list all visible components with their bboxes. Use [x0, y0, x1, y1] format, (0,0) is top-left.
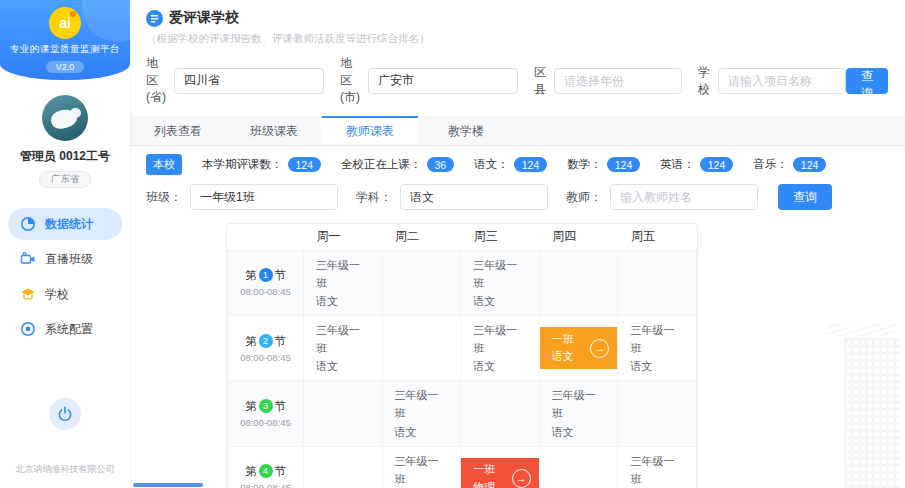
- title-icon: [146, 10, 163, 27]
- schedule-cell-live[interactable]: 三年级一班物理 已结束→: [461, 446, 540, 488]
- cell-class-name: 三年级一班: [630, 321, 684, 357]
- schedule-cell-empty: [382, 250, 461, 315]
- cell-subject: 语文: [630, 357, 684, 375]
- status-badge: 授课中: [554, 369, 588, 380]
- stat-math: 数学：124: [567, 157, 640, 172]
- school-label: 学校: [698, 64, 710, 98]
- sidebar-item-live-classes[interactable]: 直播班级: [8, 243, 122, 275]
- day-header: 周三: [461, 224, 540, 250]
- teacher-label: 教师：: [566, 189, 602, 206]
- class-select[interactable]: [190, 184, 338, 210]
- count-badge: 124: [514, 157, 548, 172]
- schedule-cell-empty: [618, 381, 697, 446]
- page-title: 爱评课学校: [169, 9, 239, 27]
- cell-class-name: 三年级一班: [395, 386, 449, 422]
- tab-list-view[interactable]: 列表查看: [130, 116, 226, 145]
- schedule-search-button[interactable]: 查询: [778, 184, 832, 210]
- sidebar-item-label: 数据统计: [45, 216, 93, 233]
- logout-power-button[interactable]: [49, 398, 81, 430]
- school-scope-badge: 本校: [146, 154, 182, 175]
- subject-label: 学科：: [356, 189, 392, 206]
- enter-class-icon[interactable]: →: [512, 469, 531, 488]
- period-label: 第1节08:00-08:45: [228, 250, 304, 315]
- district-select[interactable]: [554, 68, 682, 94]
- city-label: 地区(市): [340, 55, 360, 106]
- period-number-badge: 2: [259, 334, 273, 348]
- sidebar-item-data-statistics[interactable]: 数据统计: [8, 208, 122, 240]
- timetable-card: 周一周二周三周四周五第1节08:00-08:45三年级一班语文三年级一班语文第2…: [226, 223, 698, 488]
- sidebar-item-schools[interactable]: 学校: [8, 278, 122, 310]
- city-select[interactable]: [368, 68, 518, 94]
- schedule-cell: 三年级一班语文: [618, 446, 697, 488]
- schedule-cell: 三年级一班语文: [461, 315, 540, 380]
- tab-teaching-building[interactable]: 教学楼: [418, 116, 514, 145]
- tab-class-schedule[interactable]: 班级课表: [226, 116, 322, 145]
- timetable: 周一周二周三周四周五第1节08:00-08:45三年级一班语文三年级一班语文第2…: [227, 224, 697, 488]
- period-number-badge: 3: [259, 399, 273, 413]
- schedule-cell: 三年级一班语文: [304, 315, 383, 380]
- province-label: 地区(省): [146, 55, 166, 106]
- timetable-corner: [228, 224, 304, 250]
- school-icon: [20, 286, 36, 302]
- cell-class-name: 三年级一班: [316, 321, 370, 357]
- day-header: 周一: [304, 224, 383, 250]
- sidebar-menu: 数据统计 直播班级 学校 系统配置: [0, 208, 130, 345]
- avatar: [42, 95, 88, 141]
- teacher-input[interactable]: [610, 184, 758, 210]
- school-input[interactable]: [718, 68, 846, 94]
- region-filter-row: 地区(省) 地区(市) 区县 学校 查询: [146, 55, 887, 106]
- period-number-badge: 1: [259, 268, 273, 282]
- period-time: 08:00-08:45: [228, 286, 303, 297]
- schedule-filter-row: 班级： 学科： 教师： 查询: [130, 179, 905, 210]
- sidebar-item-label: 系统配置: [45, 321, 93, 338]
- version-badge: V2.0: [46, 61, 85, 73]
- count-badge: 36: [427, 157, 455, 172]
- power-icon: [57, 406, 73, 422]
- cell-class-name: 三年级一班: [473, 256, 527, 292]
- schedule-cell-empty: [461, 381, 540, 446]
- sidebar: ai 专业的课堂质量监测平台 V2.0 管理员 0012工号 广东省 数据统计 …: [0, 0, 130, 488]
- user-name: 管理员 0012工号: [0, 148, 130, 165]
- schedule-cell: 三年级一班语文: [382, 446, 461, 488]
- schedule-cell: 三年级一班语文: [382, 381, 461, 446]
- period-number-badge: 4: [259, 464, 273, 478]
- period-time: 08:00-08:45: [228, 482, 303, 488]
- app-logo-icon: ai: [49, 7, 81, 39]
- day-header: 周四: [539, 224, 618, 250]
- day-header: 周五: [618, 224, 697, 250]
- cell-subject: 语文: [316, 292, 370, 310]
- building-watermark: [844, 338, 900, 488]
- schedule-cell-empty: [539, 446, 618, 488]
- cell-class-name: 三年级一班: [473, 444, 512, 479]
- period-label: 第3节08:00-08:45: [228, 381, 304, 446]
- period-label: 第2节08:00-08:45: [228, 315, 304, 380]
- day-header: 周二: [382, 224, 461, 250]
- stat-in-class-now: 全校正在上课：36: [341, 157, 454, 172]
- stats-row: 本校 本学期评课数：124 全校正在上课：36 语文：124 数学：124 英语…: [130, 146, 905, 179]
- count-badge: 124: [288, 157, 322, 172]
- cell-subject: 物理 已结束: [473, 479, 512, 488]
- sidebar-item-label: 直播班级: [45, 251, 93, 268]
- horizontal-scrollbar[interactable]: [133, 483, 203, 487]
- subject-select[interactable]: [400, 184, 548, 210]
- schedule-cell-live[interactable]: 三年级一班语文 授课中→: [539, 315, 618, 380]
- cell-subject: 语文: [473, 357, 527, 375]
- cell-subject: 语文 授课中: [552, 348, 591, 383]
- tab-teacher-schedule[interactable]: 教师课表: [322, 116, 418, 145]
- search-button[interactable]: 查询: [846, 68, 888, 94]
- period-time: 08:00-08:45: [228, 417, 303, 428]
- cell-subject: 语文: [473, 292, 527, 310]
- enter-class-icon[interactable]: →: [590, 339, 609, 358]
- province-select[interactable]: [174, 68, 324, 94]
- stat-music: 音乐：124: [753, 157, 826, 172]
- settings-icon: [20, 321, 36, 337]
- count-badge: 124: [793, 157, 827, 172]
- cell-class-name: 三年级一班: [552, 313, 591, 348]
- sidebar-item-system-config[interactable]: 系统配置: [8, 313, 122, 345]
- pie-chart-icon: [20, 216, 36, 232]
- sidebar-item-label: 学校: [45, 286, 69, 303]
- class-label: 班级：: [146, 189, 182, 206]
- schedule-cell: 三年级一班语文: [618, 315, 697, 380]
- schedule-cell-empty: [618, 250, 697, 315]
- cell-subject: 语文: [395, 423, 449, 441]
